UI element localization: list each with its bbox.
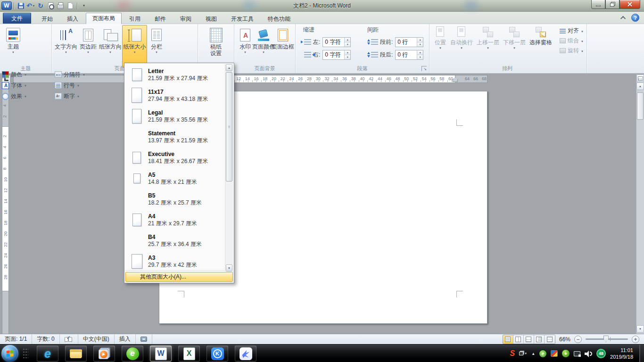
taskbar-browser-360-button[interactable]: e (122, 346, 143, 362)
tab-review[interactable]: 审阅 (173, 13, 198, 24)
bring-forward-button[interactable]: 上移一层 ▼ (475, 24, 501, 49)
spin-down-icon[interactable]: ▼ (345, 55, 350, 59)
scroll-up-button[interactable]: ▲ (636, 82, 644, 90)
zoom-out-button[interactable]: − (574, 336, 582, 343)
spacing-before-input[interactable]: 0 行 ▲▼ (395, 37, 423, 47)
indent-left-input[interactable]: 0 字符 ▲▼ (322, 37, 351, 47)
indent-right-input[interactable]: 0 字符 ▲▼ (322, 50, 351, 60)
tab-developer[interactable]: 开发工具 (224, 13, 260, 24)
paper-option-a3[interactable]: A329.7 厘米 x 42 厘米 (125, 251, 217, 272)
spin-down-icon[interactable]: ▼ (345, 42, 350, 47)
align-button[interactable]: 对齐▼ (560, 26, 584, 36)
spin-down-icon[interactable]: ▼ (417, 42, 423, 47)
tab-mailings[interactable]: 邮件 (148, 13, 173, 24)
restore-button[interactable] (605, 0, 619, 9)
undo-button[interactable]: ↶▼ (26, 1, 35, 10)
taskbar-internet-explorer-button[interactable]: e (37, 346, 58, 362)
menu-scroll-up[interactable]: ▲ (226, 64, 232, 71)
taskbar-word-button[interactable]: W (150, 346, 172, 362)
vertical-ruler[interactable]: 42246810121416182022242628 (2, 87, 9, 362)
redo-button[interactable]: ↻ (36, 1, 45, 10)
menu-scrollbar-thumb[interactable] (226, 72, 232, 181)
indent-right-stepper[interactable]: ▲▼ (344, 50, 350, 59)
paper-option-a5[interactable]: A514.8 厘米 x 21 厘米 (125, 168, 217, 189)
scroll-down-button[interactable]: ▼ (636, 325, 644, 333)
taskbar-media-player-button[interactable]: ▶ (93, 346, 115, 362)
tab-references[interactable]: 引用 (123, 13, 147, 24)
page-borders-button[interactable]: 页面边框 (273, 25, 293, 67)
indent-left-stepper[interactable]: ▲▼ (344, 38, 350, 47)
view-print-layout-button[interactable] (503, 335, 513, 344)
paper-option-letter[interactable]: Letter21.59 厘米 x 27.94 厘米 (125, 64, 217, 85)
spin-down-icon[interactable]: ▼ (417, 55, 423, 59)
margins-button[interactable]: 页边距 ▼ (78, 25, 99, 67)
show-desktop-button[interactable] (639, 345, 644, 362)
taskbar-excel-button[interactable]: X (178, 346, 200, 362)
save-button[interactable] (16, 1, 25, 10)
taskbar-windows-explorer-button[interactable] (65, 346, 87, 362)
print-button[interactable] (56, 1, 65, 10)
language-indicator[interactable]: 中文(中国) (78, 334, 115, 344)
spacing-before-stepper[interactable]: ▲▼ (417, 38, 423, 47)
columns-button[interactable]: 分栏 ▼ (147, 25, 166, 67)
spin-up-icon[interactable]: ▲ (345, 50, 350, 55)
tab-view[interactable]: 视图 (199, 13, 223, 24)
group-button[interactable]: 组合▼ (560, 36, 584, 46)
sogou-input-icon[interactable]: S (510, 349, 515, 358)
page-indicator[interactable]: 页面: 1/1 (0, 334, 32, 344)
view-ruler-toggle[interactable] (636, 74, 644, 82)
new-document-button[interactable] (66, 1, 75, 10)
themes-button[interactable]: 主题 ▼ (2, 25, 25, 67)
position-button[interactable]: 位置 ▼ (432, 24, 448, 49)
menu-scrollbar[interactable]: ▲ ▼ (225, 64, 233, 272)
network-icon[interactable] (574, 351, 580, 356)
wrap-text-button[interactable]: 自动换行 ▼ (448, 24, 475, 49)
theme-effects-button[interactable]: 效果▼ (0, 91, 29, 101)
word-count[interactable]: 字数: 0 (32, 334, 59, 344)
watermark-button[interactable]: 水印 ▼ (236, 25, 254, 67)
spacing-after-stepper[interactable]: ▲▼ (417, 50, 423, 59)
tab-file[interactable]: 文件 (3, 13, 31, 24)
optimizer-badge-icon[interactable]: 48 (596, 349, 606, 358)
minimize-button[interactable] (591, 0, 605, 9)
vertical-scrollbar[interactable]: ▲ ▼ (636, 74, 644, 334)
page-color-button[interactable]: 页面颜色 ▼ (254, 25, 273, 67)
theme-fonts-button[interactable]: 字体▼ (0, 81, 29, 90)
help-icon[interactable]: ? (631, 14, 639, 22)
paragraph-dialog-launcher[interactable]: ↘ (421, 66, 427, 71)
paper-option-executive[interactable]: Executive18.41 厘米 x 26.67 厘米 (125, 147, 217, 168)
hyphenation-button[interactable]: 断字▼ (53, 91, 87, 101)
taskbar-k-player-button[interactable]: K (206, 346, 228, 362)
start-button[interactable] (1, 345, 18, 362)
proofing-status[interactable]: ✓ (60, 334, 78, 344)
paper-option-a4[interactable]: A421 厘米 x 29.7 厘米 (125, 209, 217, 230)
view-outline-button[interactable] (534, 335, 545, 344)
taskbar-clock[interactable]: 11:01 2019/9/18 (610, 347, 635, 360)
zoom-slider-thumb[interactable] (603, 336, 609, 342)
text-direction-button[interactable]: 文字方向 ▼ (54, 25, 78, 67)
spacing-after-input[interactable]: 0 行 ▲▼ (395, 50, 423, 60)
line-numbers-button[interactable]: 行号▼ (53, 81, 87, 90)
tab-special-features[interactable]: 特色功能 (261, 13, 297, 24)
paper-size-button[interactable]: 纸张大小 ▼ (122, 25, 147, 67)
paper-option-b5[interactable]: B518.2 厘米 x 25.7 厘米 (125, 189, 217, 209)
zoom-slider[interactable] (586, 338, 628, 340)
tab-insert[interactable]: 插入 (60, 13, 85, 24)
tab-home[interactable]: 开始 (35, 13, 59, 24)
popup-window-icon[interactable]: ▼ (519, 352, 527, 355)
rotate-button[interactable]: 旋转▼ (560, 46, 584, 56)
scrollbar-thumb[interactable] (637, 92, 644, 120)
more-paper-sizes-option[interactable]: 其他页面大小(A)... (125, 272, 233, 282)
paper-option-11x17[interactable]: 11x1727.94 厘米 x 43.18 厘米 (125, 85, 217, 106)
selection-pane-button[interactable]: 选择窗格 (528, 24, 554, 46)
browser-360-tray-icon[interactable]: e (539, 350, 546, 357)
volume-icon[interactable] (585, 351, 592, 357)
spin-up-icon[interactable]: ▲ (417, 50, 423, 55)
send-backward-button[interactable]: 下移一层 ▼ (501, 24, 528, 49)
close-button[interactable] (619, 0, 640, 9)
minimize-ribbon-icon[interactable] (620, 16, 626, 21)
insert-mode[interactable]: 插入 (115, 334, 136, 344)
view-web-layout-button[interactable] (524, 335, 534, 344)
photo-viewer-icon[interactable] (551, 350, 558, 357)
view-draft-button[interactable] (545, 335, 555, 344)
